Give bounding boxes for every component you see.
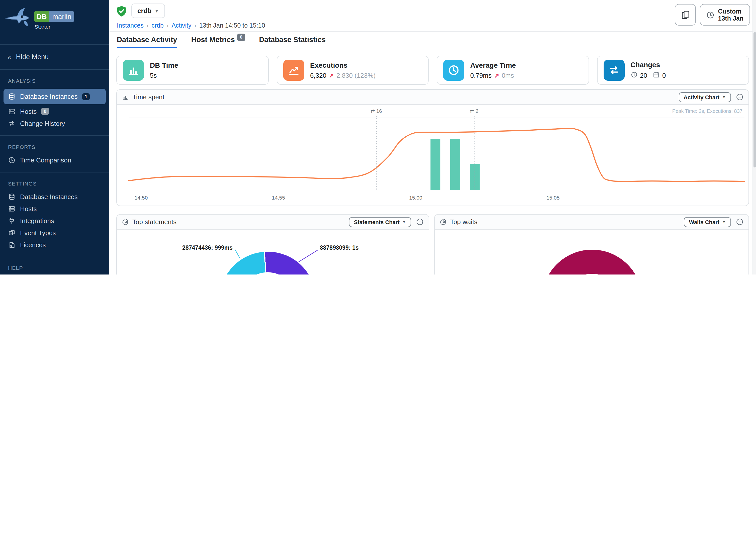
svg-text:⇄ 16: ⇄ 16 bbox=[371, 108, 382, 114]
time-range-line1: Custom bbox=[718, 8, 743, 15]
pie-chart-icon bbox=[440, 218, 447, 225]
activity-chart-select[interactable]: Activity Chart ▼ bbox=[679, 92, 731, 102]
collapse-panel-icon[interactable] bbox=[416, 218, 424, 226]
top-waits-header: Top waits Waits Chart ▼ bbox=[435, 215, 748, 230]
waits-chart-label: Waits Chart bbox=[689, 219, 719, 225]
marlin-fish-icon bbox=[5, 6, 31, 28]
svg-text:14:55: 14:55 bbox=[272, 195, 285, 201]
hide-menu-button[interactable]: « Hide Menu bbox=[0, 44, 109, 70]
sidebar-section-title: SETTINGS bbox=[0, 175, 109, 191]
collapse-panel-icon[interactable] bbox=[736, 93, 743, 101]
time-range-button[interactable]: Custom 13th Jan bbox=[700, 4, 750, 26]
svg-text:Peak Time: 2s, Executions: 837: Peak Time: 2s, Executions: 837 bbox=[672, 108, 742, 114]
sidebar-item-database-instances[interactable]: Database Instances1 bbox=[4, 89, 106, 104]
metric-card-title: Executions bbox=[310, 61, 375, 69]
top-waits-title: Top waits bbox=[450, 218, 477, 226]
top-statements-donut[interactable] bbox=[220, 252, 316, 275]
hide-menu-label: Hide Menu bbox=[16, 53, 49, 61]
breadcrumb-separator: › bbox=[167, 23, 168, 29]
sidebar-item-event-types[interactable]: Event Types bbox=[0, 227, 109, 239]
breadcrumb-separator: › bbox=[147, 23, 148, 29]
clock-icon bbox=[707, 11, 715, 19]
metric-card-db-time[interactable]: DB Time5s bbox=[116, 56, 268, 85]
sidebar-item-change-history[interactable]: Change History bbox=[0, 117, 109, 129]
metric-card-changes[interactable]: Changes200 bbox=[597, 56, 749, 85]
statements-chart-label: Statements Chart bbox=[354, 219, 400, 225]
metric-value: 6,320 bbox=[310, 72, 326, 79]
sidebar-item-integrations[interactable]: Integrations bbox=[0, 215, 109, 227]
instance-name: crdb bbox=[137, 7, 151, 15]
activity-chart-label: Activity Chart bbox=[684, 94, 719, 100]
top-statements-panel: Top statements Statements Chart ▼ 887898… bbox=[116, 214, 429, 275]
copy-link-button[interactable] bbox=[675, 4, 696, 26]
sidebar-section-title: REPORTS bbox=[0, 139, 109, 154]
topbar: crdb ▼ Instances›crdb›Activity›13th Jan … bbox=[109, 0, 756, 32]
svg-text:⇄ 2: ⇄ 2 bbox=[470, 108, 478, 114]
sidebar-item-hosts[interactable]: Hosts0 bbox=[0, 105, 109, 117]
sidebar-section-title: ANALYSIS bbox=[0, 73, 109, 88]
sidebar-item-database-instances[interactable]: Database Instances bbox=[0, 191, 109, 203]
hosts-icon bbox=[8, 205, 16, 212]
double-chevron-left-icon: « bbox=[8, 53, 12, 61]
time-spent-title: Time spent bbox=[132, 93, 164, 101]
instance-selector[interactable]: crdb ▼ bbox=[131, 4, 165, 18]
page-scrollbar[interactable] bbox=[752, 0, 756, 275]
sidebar-item-label: Change History bbox=[20, 120, 65, 127]
main-tabs: Database ActivityHost Metrics0Database S… bbox=[117, 36, 326, 48]
collapse-panel-icon[interactable] bbox=[736, 218, 743, 226]
metric-cards: DB Time5sExecutions6,320↗2,830 (123%)Ave… bbox=[116, 56, 749, 85]
time-spent-chart[interactable]: Peak Time: 2s, Executions: 837⇄ 16⇄ 214:… bbox=[117, 105, 748, 206]
breadcrumb-separator: › bbox=[195, 23, 196, 29]
sidebar-item-hosts[interactable]: Hosts bbox=[0, 203, 109, 215]
breadcrumb-item[interactable]: Activity bbox=[171, 22, 191, 29]
plan-label: Starter bbox=[34, 24, 74, 30]
svg-text:15:05: 15:05 bbox=[546, 195, 560, 201]
sidebar-nav: ANALYSISDatabase Instances1Hosts0Change … bbox=[0, 70, 109, 275]
metric-card-value: 5s bbox=[150, 72, 178, 79]
database-icon bbox=[8, 193, 16, 200]
top-waits-panel: Top waits Waits Chart ▼ executing: 5s bbox=[434, 214, 749, 275]
time-spent-header: Time spent Activity Chart ▼ bbox=[117, 90, 748, 105]
chevron-down-icon: ▼ bbox=[402, 220, 406, 224]
sidebar-section: HELPDocumentationCommunitySupport bbox=[0, 257, 109, 275]
tab-database-activity[interactable]: Database Activity bbox=[117, 36, 177, 48]
sidebar-section: REPORTSTime Comparison bbox=[0, 136, 109, 172]
sidebar-item-label: Database Instances bbox=[20, 93, 78, 100]
metric-card-executions[interactable]: Executions6,320↗2,830 (123%) bbox=[276, 56, 429, 85]
scrollbar-thumb[interactable] bbox=[753, 32, 756, 167]
chevron-down-icon: ▼ bbox=[154, 8, 159, 13]
metric-card-average-time[interactable]: Average Time0.79ms↗0ms bbox=[437, 56, 589, 85]
donut-label: 287474436: 999ms bbox=[182, 245, 233, 251]
sidebar-item-badge: 1 bbox=[82, 93, 90, 100]
bar-chart-icon bbox=[127, 64, 139, 76]
chevron-down-icon: ▼ bbox=[722, 220, 726, 224]
plug-icon bbox=[8, 217, 16, 224]
brand-badge: DB marlin bbox=[34, 11, 74, 22]
clock-icon bbox=[8, 156, 16, 164]
breadcrumb-item[interactable]: Instances bbox=[117, 22, 144, 29]
database-icon bbox=[8, 93, 16, 100]
sidebar: DB marlin Starter « Hide Menu ANALYSISDa… bbox=[0, 0, 109, 275]
sidebar-item-label: Hosts bbox=[20, 205, 37, 212]
app-logo[interactable]: DB marlin Starter bbox=[0, 0, 109, 44]
sidebar-item-licences[interactable]: Licences bbox=[0, 239, 109, 251]
tab-database-statistics[interactable]: Database Statistics bbox=[259, 36, 326, 48]
licence-icon bbox=[8, 241, 16, 248]
bar-chart-icon bbox=[122, 94, 129, 101]
tab-label: Database Statistics bbox=[259, 36, 326, 44]
metric-card-value: 6,320↗2,830 (123%) bbox=[310, 72, 375, 79]
waits-chart-select[interactable]: Waits Chart ▼ bbox=[684, 217, 731, 227]
tab-host-metrics[interactable]: Host Metrics0 bbox=[191, 36, 245, 48]
sidebar-section-title: HELP bbox=[0, 260, 109, 275]
trend-up-icon: ↗ bbox=[329, 72, 334, 79]
tab-label: Host Metrics bbox=[191, 36, 235, 44]
breadcrumb-item[interactable]: crdb bbox=[151, 22, 164, 29]
sidebar-item-time-comparison[interactable]: Time Comparison bbox=[0, 154, 109, 166]
statements-chart-select[interactable]: Statements Chart ▼ bbox=[349, 217, 411, 227]
pie-chart-icon bbox=[122, 218, 129, 225]
sidebar-section: SETTINGSDatabase InstancesHostsIntegrati… bbox=[0, 172, 109, 257]
line-chart-icon bbox=[288, 64, 300, 76]
top-waits-donut[interactable] bbox=[542, 250, 642, 275]
tab-badge: 0 bbox=[237, 34, 245, 41]
sidebar-item-badge: 0 bbox=[41, 108, 49, 115]
